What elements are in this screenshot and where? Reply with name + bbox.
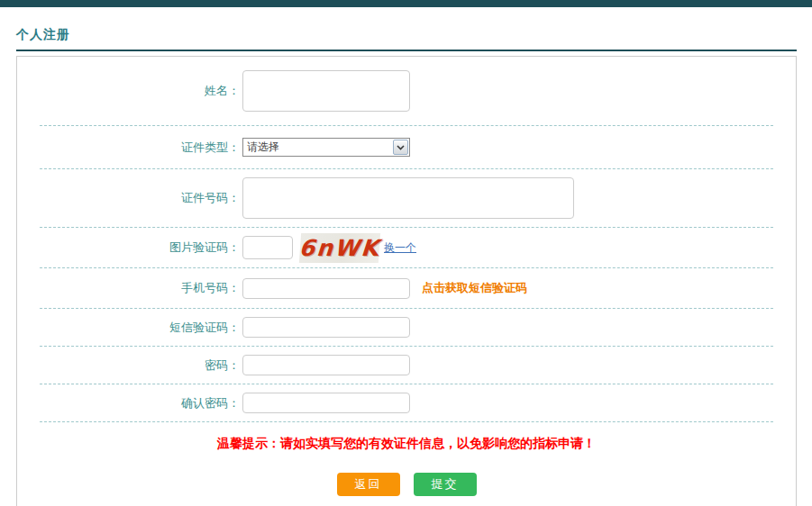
row-mobile: 手机号码： 点击获取短信验证码: [17, 268, 796, 308]
row-id-type: 证件类型： 请选择: [17, 126, 796, 168]
id-number-input[interactable]: [242, 177, 574, 219]
top-accent-bar: [0, 0, 812, 7]
id-type-label: 证件类型：: [17, 140, 242, 156]
captcha-group: 6nWK 换一个: [242, 233, 416, 263]
captcha-input[interactable]: [242, 236, 293, 259]
registration-form-panel: 姓名： 证件类型： 请选择 证件号码： 图片验证码： 6nWK 换一个 手机号码…: [16, 56, 797, 506]
confirm-password-input[interactable]: [242, 393, 410, 413]
password-label: 密码：: [17, 357, 242, 374]
row-name: 姓名：: [17, 57, 796, 125]
form-actions: 返回 提交: [17, 473, 796, 496]
row-password: 密码：: [17, 347, 796, 384]
captcha-refresh-link[interactable]: 换一个: [384, 240, 416, 256]
notice-area: 温馨提示：请如实填写您的有效证件信息，以免影响您的指标申请！: [17, 422, 796, 465]
get-sms-code-link[interactable]: 点击获取短信验证码: [422, 280, 527, 296]
page-header: 个人注册: [16, 20, 797, 51]
row-sms-code: 短信验证码：: [17, 309, 796, 346]
id-type-select[interactable]: 请选择: [242, 138, 410, 157]
row-captcha: 图片验证码： 6nWK 换一个: [17, 228, 796, 267]
warm-notice-text: 温馨提示：请如实填写您的有效证件信息，以免影响您的指标申请！: [217, 436, 596, 452]
captcha-image: 6nWK: [299, 233, 380, 263]
mobile-input[interactable]: [242, 278, 410, 299]
name-input[interactable]: [242, 70, 410, 112]
captcha-label: 图片验证码：: [17, 239, 242, 256]
row-confirm-password: 确认密码：: [17, 384, 796, 421]
confirm-password-label: 确认密码：: [17, 395, 242, 411]
id-type-selected-value: 请选择: [243, 140, 393, 155]
chevron-down-icon[interactable]: [393, 140, 408, 155]
row-id-number: 证件号码：: [17, 169, 796, 227]
sms-code-input[interactable]: [242, 317, 410, 338]
mobile-label: 手机号码：: [17, 280, 242, 296]
back-button[interactable]: 返回: [337, 473, 400, 496]
sms-code-label: 短信验证码：: [17, 320, 242, 336]
page-title: 个人注册: [16, 27, 70, 41]
id-number-label: 证件号码：: [17, 190, 242, 206]
password-input[interactable]: [242, 355, 410, 375]
submit-button[interactable]: 提交: [414, 473, 477, 496]
name-label: 姓名：: [17, 83, 242, 99]
